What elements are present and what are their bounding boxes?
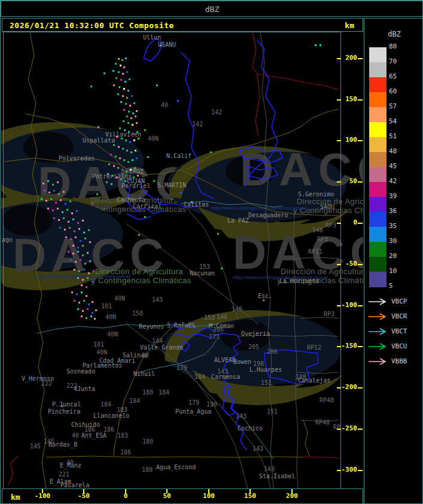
timestamp: 2026/01/21 10:32:00 UTC Composite [10,21,174,30]
legend-panel: dBZ [364,18,423,504]
bottom-axis-bar: km [2,488,363,504]
vertical-axis-unit: km [345,21,354,30]
horizontal-axis-unit: km [11,493,20,502]
page-title: dBZ [1,5,423,14]
legend-title: dBZ [382,30,406,38]
radar-map [3,32,341,489]
title-bar: dBZ [1,1,423,17]
timestamp-bar: 2026/01/21 10:32:00 UTC Composite km [2,18,363,32]
basemap-lines [4,32,340,488]
radar-app-window: DACCDirección de Agriculturay Contingenc… [0,0,423,504]
